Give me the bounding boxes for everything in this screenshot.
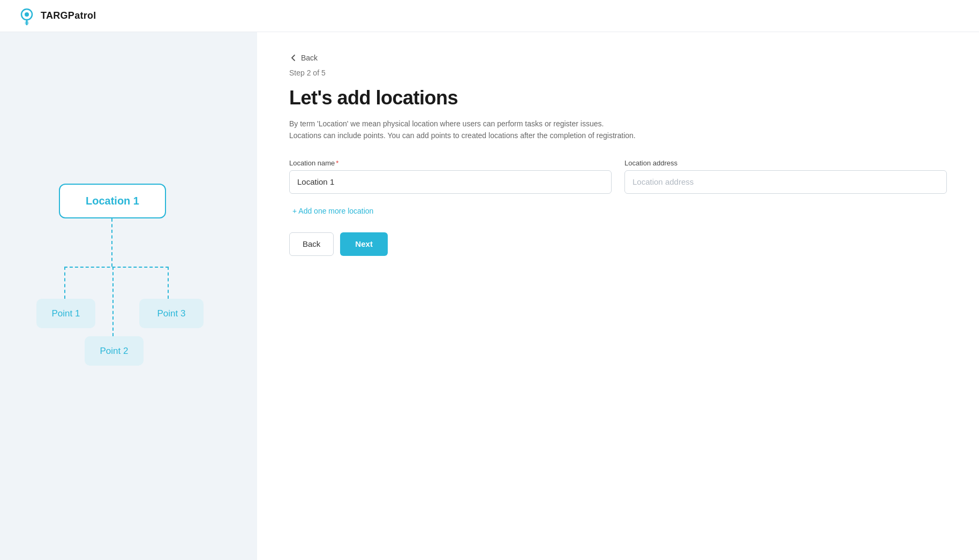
- left-panel: Location 1 Point 1 Point 2 Point 3: [0, 32, 257, 560]
- location-diagram-box: Location 1: [59, 184, 166, 218]
- location-address-group: Location address: [624, 159, 947, 194]
- logo-icon: [17, 6, 36, 26]
- location-address-input[interactable]: [624, 170, 947, 194]
- point3-box: Point 3: [139, 299, 204, 328]
- horizontal-line: [64, 267, 169, 268]
- diagram-area: Location 1 Point 1 Point 2 Point 3: [27, 184, 230, 408]
- add-location-label: + Add one more location: [292, 207, 373, 215]
- vertical-line-point3: [168, 267, 169, 299]
- vertical-line-point2: [112, 267, 114, 336]
- logo-text: TARGPatrol: [41, 10, 96, 21]
- main-layout: Location 1 Point 1 Point 2 Point 3: [0, 32, 979, 560]
- back-link[interactable]: Back: [289, 54, 318, 62]
- vertical-line-point1: [64, 267, 65, 299]
- buttons-row: Back Next: [289, 232, 947, 256]
- location-name-input[interactable]: [289, 170, 612, 194]
- vertical-line-main: [111, 218, 112, 267]
- back-arrow-icon: [289, 54, 298, 62]
- location-box-label: Location 1: [86, 195, 139, 207]
- point1-box: Point 1: [36, 299, 95, 328]
- step-indicator: Step 2 of 5: [289, 69, 947, 77]
- add-location-link[interactable]: + Add one more location: [289, 207, 373, 215]
- page-title: Let's add locations: [289, 87, 947, 109]
- point1-label: Point 1: [52, 308, 80, 319]
- back-button[interactable]: Back: [289, 232, 334, 256]
- logo: TARGPatrol: [17, 6, 96, 26]
- back-link-label: Back: [301, 54, 318, 62]
- description-line2: Locations can include points. You can ad…: [289, 130, 686, 141]
- description-line1: By term 'Location' we mean physical loca…: [289, 118, 686, 130]
- page-description: By term 'Location' we mean physical loca…: [289, 118, 686, 142]
- app-header: TARGPatrol: [0, 0, 979, 32]
- location-name-label: Location name*: [289, 159, 612, 167]
- point3-label: Point 3: [157, 308, 186, 319]
- svg-point-1: [25, 12, 29, 17]
- next-button[interactable]: Next: [340, 232, 388, 256]
- required-star: *: [336, 159, 338, 167]
- location-name-group: Location name*: [289, 159, 612, 194]
- location-address-label: Location address: [624, 159, 947, 167]
- right-panel: Back Step 2 of 5 Let's add locations By …: [257, 32, 979, 560]
- point2-box: Point 2: [85, 336, 144, 366]
- form-row: Location name* Location address: [289, 159, 947, 194]
- point2-label: Point 2: [100, 346, 129, 357]
